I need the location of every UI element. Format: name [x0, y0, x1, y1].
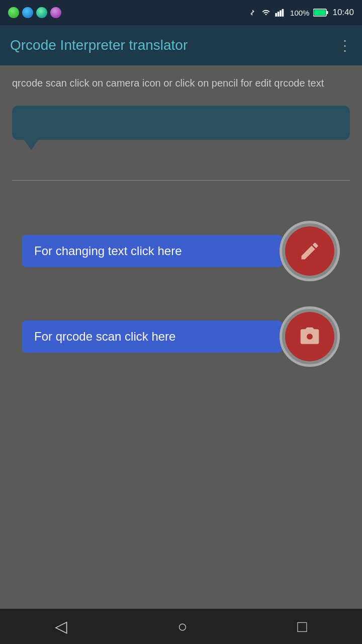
recents-button[interactable]: □: [297, 617, 307, 636]
home-button[interactable]: ○: [177, 617, 187, 636]
pencil-icon: [299, 240, 321, 262]
speech-bubble-tail: [24, 140, 38, 150]
battery-percentage: 100%: [290, 9, 309, 17]
app-icon-4: [50, 7, 61, 18]
fab-label-scan: For qrcode scan click here: [22, 320, 295, 353]
scan-fab-inner: [285, 312, 334, 361]
svg-rect-0: [275, 13, 277, 17]
fab-section: For changing text click here For qrcode …: [12, 221, 350, 367]
scan-fab-button[interactable]: [280, 306, 340, 367]
more-options-icon[interactable]: ⋮: [338, 37, 352, 54]
fab-label-edit: For changing text click here: [22, 235, 295, 267]
status-bar-left: [8, 7, 61, 18]
bluetooth-icon: [248, 8, 257, 17]
app-icon-1: [8, 7, 19, 18]
svg-rect-1: [278, 12, 280, 17]
back-button[interactable]: ◁: [55, 617, 67, 636]
status-bar: 100% 10:40: [0, 0, 362, 25]
app-title: Qrcode Interpreter translator: [10, 37, 188, 53]
camera-icon: [299, 326, 321, 348]
divider: [12, 180, 350, 181]
svg-rect-5: [327, 11, 328, 14]
nav-bar: ◁ ○ □: [0, 609, 362, 644]
wifi-icon: [261, 9, 271, 17]
svg-rect-3: [282, 9, 284, 17]
battery-icon: [313, 9, 328, 17]
status-bar-right: 100% 10:40: [248, 8, 354, 18]
fab-row-scan: For qrcode scan click here: [22, 306, 340, 367]
svg-rect-2: [280, 11, 282, 17]
speech-bubble-container: [12, 106, 350, 150]
edit-fab-button[interactable]: [280, 221, 340, 281]
app-icon-2: [22, 7, 33, 18]
edit-fab-inner: [285, 226, 334, 276]
time: 10:40: [332, 8, 354, 18]
fab-row-edit: For changing text click here: [22, 221, 340, 281]
instruction-text: qrcode scan click on camera icon or clic…: [12, 75, 350, 91]
app-icon-3: [36, 7, 47, 18]
app-bar: Qrcode Interpreter translator ⋮: [0, 25, 362, 65]
signal-icon: [275, 9, 286, 17]
svg-rect-6: [314, 10, 326, 16]
speech-bubble: [12, 106, 350, 140]
main-content: qrcode scan click on camera icon or clic…: [0, 65, 362, 377]
